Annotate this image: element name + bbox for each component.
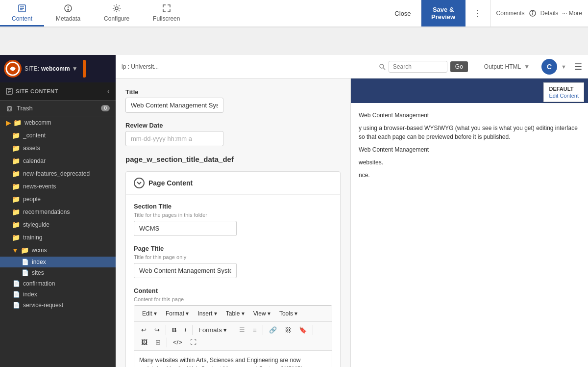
site-content-icon (6, 88, 13, 95)
close-button[interactable]: Close (385, 0, 421, 26)
folder-icon: 📁 (12, 170, 20, 178)
wysiwyg-separator-4 (263, 325, 263, 335)
file-icon: 📄 (22, 259, 29, 265)
sidebar-item-calendar[interactable]: 📁 calendar (0, 155, 116, 167)
comments-link[interactable]: Comments (496, 10, 525, 17)
user-dropdown-icon[interactable]: ▼ (561, 64, 566, 70)
wysiwyg-italic-button[interactable]: I (181, 325, 189, 335)
tab-configure-label: Configure (104, 15, 129, 22)
wysiwyg-unordered-list-button[interactable]: ☰ (236, 325, 248, 335)
sidebar-collapse-button[interactable]: ‹ (107, 87, 110, 95)
page-content-header[interactable]: Page Content (126, 172, 340, 195)
edit-content-link[interactable]: Edit Content (549, 93, 579, 99)
wysiwyg-tools-menu[interactable]: Tools ▾ (275, 309, 301, 318)
output-dropdown-arrow-icon[interactable]: ▼ (524, 63, 530, 70)
more-nav-link[interactable]: ··· More (562, 10, 582, 17)
section-title-sublabel: Title for the pages in this folder (134, 212, 332, 218)
site-selector[interactable]: SITE: webcomm ▼ (24, 65, 78, 72)
sidebar-item-recommendations[interactable]: 📁 recommendations (0, 206, 116, 218)
save-preview-button[interactable]: Save & Preview (421, 0, 466, 26)
search-go-button[interactable]: Go (450, 61, 468, 72)
tab-content-label: Content (12, 15, 32, 22)
sidebar-file-wcms-index[interactable]: 📄 index (0, 257, 116, 267)
content-split-area: Title Review Date page_w_section_title_d… (116, 79, 588, 367)
content-label: Content (134, 287, 332, 294)
search-input[interactable] (389, 61, 447, 73)
section-title-group: Section Title Title for the pages in thi… (134, 203, 332, 236)
wysiwyg-image-button[interactable]: 🖼 (138, 337, 150, 347)
title-form-group: Title (125, 88, 341, 113)
wysiwyg-media-button[interactable]: ⊞ (152, 337, 164, 347)
tab-fullscreen-label: Fullscreen (153, 15, 180, 22)
sidebar-file-wcms-sites[interactable]: 📄 sites (0, 267, 116, 278)
tab-metadata[interactable]: Metadata (44, 0, 92, 26)
wysiwyg-bold-button[interactable]: B (169, 325, 179, 335)
preview-text-1: Web Content Management (359, 111, 580, 120)
site-logo (4, 60, 22, 78)
wysiwyg-format-menu[interactable]: Format ▾ (162, 309, 193, 318)
main-topbar: lp : Universit... Go Output: HTML ▼ C ▼ … (116, 55, 588, 79)
wysiwyg-content-area[interactable]: Many websites within Arts, Sciences and … (134, 351, 332, 367)
section-title-input[interactable] (134, 221, 237, 236)
folder-icon: 📁 (12, 234, 20, 241)
sidebar-file-index[interactable]: 📄 index (0, 289, 116, 300)
more-options-button[interactable]: ⋮ (466, 0, 490, 26)
editor-panel: Title Review Date page_w_section_title_d… (116, 79, 351, 367)
page-title-input[interactable] (134, 263, 237, 278)
wysiwyg-undo-button[interactable]: ↩ (138, 325, 149, 335)
sidebar-item-trash[interactable]: Trash 0 (0, 101, 116, 116)
preview-text-3: Web Content Management (359, 145, 580, 154)
wysiwyg-menu-bar: Edit ▾ Format ▾ Insert ▾ Table ▾ View ▾ … (134, 306, 332, 322)
wysiwyg-insert-menu[interactable]: Insert ▾ (194, 309, 220, 318)
svg-point-7 (115, 7, 118, 10)
folder-icon: 📁 (12, 131, 20, 139)
wysiwyg-paragraph-1: Many websites within Arts, Sciences and … (139, 356, 327, 367)
wysiwyg-source-button[interactable]: </> (170, 337, 185, 347)
content-group: Content Content for this page Edit ▾ For… (134, 287, 332, 367)
hamburger-menu-icon[interactable]: ☰ (574, 61, 582, 72)
sidebar-item-training[interactable]: 📁 training (0, 231, 116, 244)
tab-fullscreen[interactable]: Fullscreen (141, 0, 192, 26)
wysiwyg-bookmark-button[interactable]: 🔖 (296, 325, 310, 335)
page-title-group: Page Title Title for this page only (134, 245, 332, 278)
wysiwyg-edit-menu[interactable]: Edit ▾ (138, 309, 161, 318)
wysiwyg-view-menu[interactable]: View ▾ (249, 309, 274, 318)
wysiwyg-redo-button[interactable]: ↪ (151, 325, 163, 335)
output-selector: Output: HTML ▼ (478, 63, 530, 70)
preview-text-5: nce. (359, 171, 580, 180)
trash-icon (6, 105, 13, 112)
sidebar-item-news-events[interactable]: 📁 news-events (0, 180, 116, 193)
tab-content[interactable]: Content (0, 0, 44, 26)
folder-icon: 📁 (12, 144, 20, 152)
folder-icon: ▶ 📁 (6, 119, 22, 127)
review-date-label: Review Date (125, 122, 341, 129)
details-link[interactable]: Details (540, 10, 559, 17)
sidebar-item-wcms[interactable]: ▼ 📁 wcms (0, 244, 116, 257)
main-toolbar: Content Metadata Configure Fullscreen Cl… (0, 0, 588, 27)
folder-icon: 📁 (12, 195, 20, 203)
breadcrumb: lp : Universit... (122, 63, 369, 70)
tab-configure[interactable]: Configure (92, 0, 141, 26)
sidebar-item-assets[interactable]: 📁 assets (0, 142, 116, 155)
sidebar-item-styleguide[interactable]: 📁 styleguide (0, 218, 116, 231)
wysiwyg-formats-dropdown[interactable]: Formats ▾ (196, 325, 230, 335)
sidebar-file-confirmation[interactable]: 📄 confirmation (0, 278, 116, 289)
sidebar-item-new-features[interactable]: 📁 new-features_deprecated (0, 167, 116, 180)
wysiwyg-separator-3 (233, 325, 233, 335)
review-date-form-group: Review Date (125, 122, 341, 146)
folder-icon: 📁 (12, 208, 20, 216)
sidebar-item-_content[interactable]: 📁 _content (0, 129, 116, 142)
wysiwyg-unlink-button[interactable]: ⛓ (282, 325, 294, 335)
wysiwyg-table-menu[interactable]: Table ▾ (222, 309, 248, 318)
wysiwyg-link-button[interactable]: 🔗 (266, 325, 280, 335)
sidebar-item-people[interactable]: 📁 people (0, 193, 116, 206)
sidebar-item-webcomm[interactable]: ▶ 📁 webcomm (0, 116, 116, 129)
page-title-sublabel: Title for this page only (134, 254, 332, 260)
wysiwyg-fullscreen-button[interactable]: ⛶ (187, 337, 199, 347)
title-input[interactable] (125, 98, 223, 113)
sidebar-file-service-request[interactable]: 📄 service-request (0, 300, 116, 311)
wysiwyg-ordered-list-button[interactable]: ≡ (250, 325, 260, 335)
folder-icon: ▼ 📁 (12, 246, 29, 254)
review-date-input[interactable] (125, 131, 223, 146)
trash-count-badge: 0 (101, 105, 110, 111)
